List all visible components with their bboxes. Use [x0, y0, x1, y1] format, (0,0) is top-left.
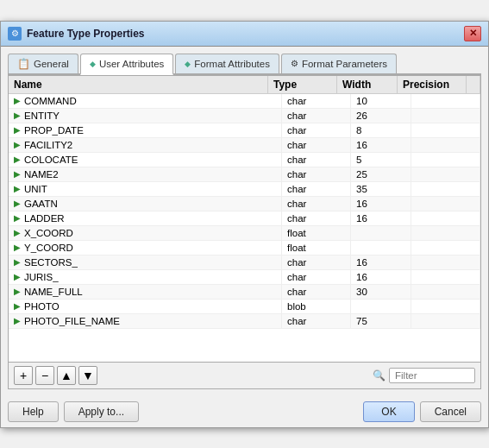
title-bar: ⚙ Feature Type Properties ✕: [1, 22, 488, 47]
row-arrow-icon: ▶: [14, 184, 21, 193]
cancel-button[interactable]: Cancel: [420, 401, 481, 422]
cell-name: ▶ COMMAND: [9, 94, 282, 108]
table-row[interactable]: ▶ NAME2 char 25: [9, 167, 480, 182]
table-row[interactable]: ▶ UNIT char 35: [9, 182, 480, 197]
cell-type: char: [282, 285, 351, 299]
tab-format-attributes-label: Format Attributes: [194, 59, 270, 69]
table-row[interactable]: ▶ COMMAND char 10: [9, 94, 480, 109]
cell-name-value: NAME2: [24, 169, 59, 180]
cell-type: char: [282, 256, 351, 269]
general-tab-icon: 📋: [17, 58, 30, 70]
cell-name: ▶ SECTORS_: [9, 256, 282, 269]
table-row[interactable]: ▶ PHOTO_FILE_NAME char 75: [9, 314, 480, 329]
table-row[interactable]: ▶ COLOCATE char 5: [9, 153, 480, 167]
dialog-footer: Help Apply to... OK Cancel: [1, 396, 488, 427]
cell-name-value: JURIS_: [24, 272, 59, 282]
row-arrow-icon: ▶: [14, 228, 21, 237]
row-arrow-icon: ▶: [14, 257, 21, 267]
cell-precision: [411, 123, 480, 137]
cell-name: ▶ UNIT: [9, 182, 282, 196]
cell-precision: [411, 138, 480, 152]
cell-precision: [411, 211, 480, 225]
cell-precision: [411, 241, 480, 255]
cell-width: 5: [351, 153, 411, 167]
cell-precision: [411, 314, 480, 328]
cell-width: 8: [351, 123, 411, 137]
cell-name-value: ENTITY: [24, 110, 60, 121]
cell-name: ▶ Y_COORD: [9, 241, 282, 255]
cell-name: ▶ FACILITY2: [9, 138, 282, 152]
row-arrow-icon: ▶: [14, 213, 21, 223]
cell-width: 16: [351, 256, 411, 269]
ok-button[interactable]: OK: [363, 401, 414, 422]
help-button[interactable]: Help: [8, 401, 59, 422]
table-header: Name Type Width Precision: [9, 76, 480, 94]
tab-format-parameters[interactable]: ⚙ Format Parameters: [281, 54, 397, 73]
tab-user-attributes[interactable]: ◆ User Attributes: [80, 54, 173, 75]
cell-name: ▶ JURIS_: [9, 270, 282, 284]
move-up-button[interactable]: ▲: [57, 366, 76, 385]
table-row[interactable]: ▶ ENTITY char 26: [9, 109, 480, 123]
tab-format-attributes[interactable]: ◆ Format Attributes: [175, 54, 279, 73]
table-body[interactable]: ▶ COMMAND char 10 ▶ ENTITY char 26 ▶ PRO…: [9, 94, 480, 362]
row-arrow-icon: ▶: [14, 110, 21, 120]
row-arrow-icon: ▶: [14, 287, 21, 296]
cell-precision: [411, 167, 480, 181]
table-row[interactable]: ▶ X_COORD float: [9, 226, 480, 241]
cell-width: 16: [351, 197, 411, 211]
cell-width: 30: [351, 285, 411, 299]
cell-name: ▶ GAATN: [9, 197, 282, 211]
row-arrow-icon: ▶: [14, 125, 21, 135]
row-arrow-icon: ▶: [14, 199, 21, 208]
cell-name-value: NAME_FULL: [24, 287, 83, 297]
close-button[interactable]: ✕: [464, 26, 481, 41]
table-row[interactable]: ▶ LADDER char 16: [9, 211, 480, 226]
row-arrow-icon: ▶: [14, 301, 21, 311]
tab-format-parameters-label: Format Parameters: [302, 59, 387, 69]
table-row[interactable]: ▶ SECTORS_ char 16: [9, 256, 480, 270]
move-down-button[interactable]: ▼: [78, 366, 97, 385]
table-row[interactable]: ▶ JURIS_ char 16: [9, 270, 480, 285]
filter-area: 🔍: [373, 368, 475, 383]
cell-name-value: SECTORS_: [24, 257, 78, 268]
cell-precision: [411, 153, 480, 167]
cell-type: float: [282, 226, 351, 240]
cell-width: 26: [351, 109, 411, 123]
cell-name: ▶ LADDER: [9, 211, 282, 225]
cell-width: 10: [351, 94, 411, 108]
apply-to-button[interactable]: Apply to...: [64, 401, 139, 422]
footer-left-buttons: Help Apply to...: [8, 401, 139, 422]
cell-precision: [411, 270, 480, 284]
cell-type: blob: [282, 300, 351, 313]
window-icon: ⚙: [8, 27, 22, 41]
cell-type: char: [282, 123, 351, 137]
cell-type: char: [282, 270, 351, 284]
filter-input[interactable]: [389, 368, 475, 383]
cell-type: char: [282, 182, 351, 196]
add-row-button[interactable]: +: [14, 366, 33, 385]
format-attr-tab-icon: ◆: [185, 60, 191, 68]
cell-type: char: [282, 109, 351, 123]
table-row[interactable]: ▶ GAATN char 16: [9, 197, 480, 211]
footer-right-buttons: OK Cancel: [363, 401, 481, 422]
row-arrow-icon: ▶: [14, 96, 21, 105]
cell-width: 16: [351, 270, 411, 284]
table-row[interactable]: ▶ PROP_DATE char 8: [9, 123, 480, 138]
cell-name-value: LADDER: [24, 213, 65, 224]
cell-type: char: [282, 138, 351, 152]
cell-type: float: [282, 241, 351, 255]
tab-general[interactable]: 📋 General: [8, 54, 78, 73]
cell-name-value: PROP_DATE: [24, 125, 84, 136]
table-row[interactable]: ▶ FACILITY2 char 16: [9, 138, 480, 153]
remove-row-button[interactable]: −: [35, 366, 54, 385]
table-row[interactable]: ▶ Y_COORD float: [9, 241, 480, 256]
cell-type: char: [282, 211, 351, 225]
window-content: 📋 General ◆ User Attributes ◆ Format Att…: [1, 47, 488, 396]
column-header-precision: Precision: [398, 76, 467, 93]
table-row[interactable]: ▶ PHOTO blob: [9, 300, 480, 314]
table-row[interactable]: ▶ NAME_FULL char 30: [9, 285, 480, 300]
cell-name: ▶ NAME2: [9, 167, 282, 181]
cell-name-value: PHOTO_FILE_NAME: [24, 316, 120, 326]
cell-precision: [411, 226, 480, 240]
cell-type: char: [282, 94, 351, 108]
